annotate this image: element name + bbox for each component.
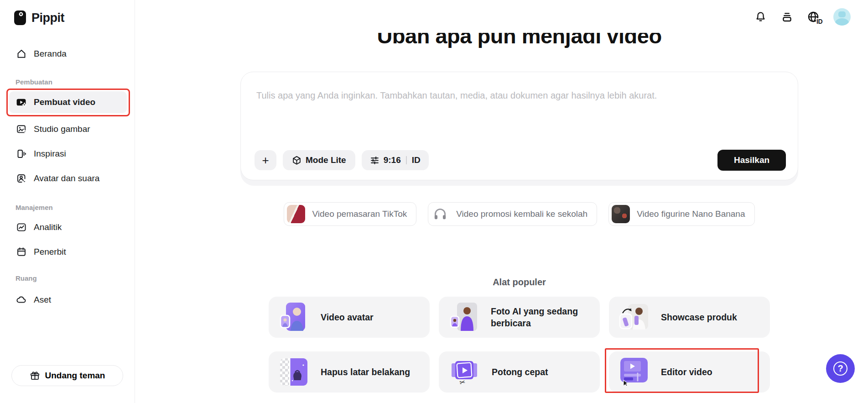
suggestion-nano-banana[interactable]: Video figurine Nano Banana [608, 202, 754, 226]
mode-lite-button[interactable]: Mode Lite [283, 150, 355, 170]
tool-label: Potong cepat [492, 366, 556, 378]
mode-lite-label: Mode Lite [306, 155, 346, 165]
page-title: Ubah apa pun menjadi video [240, 33, 798, 47]
sidebar-item-label: Analitik [34, 222, 62, 232]
tool-video-avatar[interactable]: Video avatar [269, 297, 430, 338]
language-globe-icon[interactable]: ID [807, 10, 820, 23]
generate-button[interactable]: Hasilkan [717, 150, 786, 171]
sidebar-item-label: Avatar dan suara [34, 173, 99, 183]
quick-cut-thumbnail: ✂ [449, 356, 480, 388]
tool-hapus-latar-belakang[interactable]: Hapus latar belakang [269, 351, 430, 393]
avatar-silhouette [838, 11, 846, 17]
figurine-thumbnail [612, 205, 630, 223]
tool-foto-ai[interactable]: Foto AI yang sedang berbicara [439, 297, 600, 338]
tool-label: Editor video [661, 366, 721, 378]
home-icon [16, 48, 27, 60]
headphones-icon [431, 205, 449, 223]
user-avatar[interactable] [833, 8, 851, 26]
sliders-icon [370, 156, 379, 165]
sidebar-item-label: Beranda [34, 49, 67, 59]
tool-label: Showcase produk [661, 311, 745, 323]
image-studio-icon [16, 124, 27, 135]
remove-background-thumbnail [279, 356, 309, 388]
analytics-icon [16, 222, 27, 233]
question-mark-icon: ? [833, 361, 847, 376]
tool-showcase-produk[interactable]: Showcase produk [609, 297, 770, 338]
suggestion-chips: Video pemasaran TikTok Video promosi kem… [240, 202, 798, 226]
suggestion-label: Video pemasaran TikTok [312, 209, 407, 219]
content-column: Ubah apa pun menjadi video Tulis apa yan… [240, 0, 798, 403]
ratio-language-button[interactable]: 9:16 ID [362, 150, 429, 170]
sidebar-section-ruang: Ruang [16, 274, 37, 282]
cube-mode-icon [292, 156, 301, 165]
sidebar: Pippit Beranda Pembuatan Pembuat video [0, 0, 135, 403]
pippit-logo-icon [14, 10, 27, 26]
sidebar-item-label: Pembuat video [34, 97, 95, 107]
popular-tools-grid: Video avatar Foto AI yang sedang berbica… [269, 297, 770, 393]
tiktok-marketing-thumbnail [287, 205, 305, 223]
suggestion-label: Video promosi kembali ke sekolah [456, 209, 587, 219]
sidebar-item-aset[interactable]: Aset [9, 292, 127, 308]
cloud-assets-icon [16, 294, 27, 306]
app-title: Pippit [31, 11, 64, 25]
tool-label: Foto AI yang sedang berbicara [491, 305, 600, 330]
popular-tools-heading: Alat populer [240, 277, 798, 288]
avatar-voice-icon [16, 173, 27, 184]
sidebar-item-label: Aset [34, 295, 51, 305]
tool-label: Video avatar [321, 311, 382, 323]
page-title-clip: Ubah apa pun menjadi video [240, 33, 798, 58]
video-avatar-thumbnail [279, 301, 309, 333]
divider [406, 156, 407, 164]
sidebar-item-label: Penerbit [34, 247, 66, 257]
sidebar-item-pembuat-video[interactable]: Pembuat video [9, 91, 127, 113]
tool-label: Hapus latar belakang [321, 366, 418, 378]
tool-potong-cepat[interactable]: ✂ Potong cepat [439, 351, 600, 393]
video-editor-thumbnail [619, 356, 649, 388]
sidebar-section-manajemen: Manajemen [16, 204, 53, 211]
sidebar-item-beranda[interactable]: Beranda [9, 46, 127, 62]
sidebar-item-label: Studio gambar [34, 124, 90, 134]
sidebar-item-studio-gambar[interactable]: Studio gambar [9, 121, 127, 137]
sidebar-item-penerbit[interactable]: Penerbit [9, 244, 127, 260]
language-code-label: ID [816, 18, 822, 25]
sidebar-item-label: Inspirasi [34, 149, 66, 159]
suggestion-label: Video figurine Nano Banana [637, 209, 745, 219]
help-button[interactable]: ? [826, 354, 855, 383]
video-maker-icon [16, 97, 27, 108]
prompt-composer: Tulis apa yang Anda inginkan. Tambahkan … [240, 72, 798, 186]
main-area: ID Ubah apa pun menjadi video Tulis apa … [135, 0, 868, 403]
prompt-input[interactable]: Tulis apa yang Anda inginkan. Tambahkan … [256, 90, 780, 101]
sidebar-section-pembuatan: Pembuatan [16, 78, 52, 86]
aspect-ratio-label: 9:16 [384, 155, 401, 165]
prompt-card[interactable]: Tulis apa yang Anda inginkan. Tambahkan … [240, 72, 798, 180]
suggestion-tiktok-marketing[interactable]: Video pemasaran TikTok [284, 202, 416, 226]
product-showcase-thumbnail [619, 301, 649, 333]
invite-friends-label: Undang teman [45, 371, 105, 381]
composer-controls: + Mode Lite [255, 150, 786, 171]
sidebar-item-analitik[interactable]: Analitik [9, 220, 127, 235]
tool-editor-video[interactable]: Editor video [609, 351, 770, 393]
sidebar-item-avatar-dan-suara[interactable]: Avatar dan suara [9, 171, 127, 186]
sidebar-item-inspirasi[interactable]: Inspirasi [9, 146, 127, 162]
gift-icon [30, 371, 40, 381]
inspiration-icon [16, 148, 27, 160]
talking-photo-thumbnail [449, 301, 479, 333]
add-media-button[interactable]: + [255, 150, 276, 170]
composer-language-label: ID [412, 155, 421, 165]
suggestion-back-to-school[interactable]: Video promosi kembali ke sekolah [428, 202, 597, 226]
pippit-logo[interactable]: Pippit [14, 10, 64, 26]
publisher-calendar-icon [16, 246, 27, 258]
invite-friends-button[interactable]: Undang teman [11, 365, 123, 386]
